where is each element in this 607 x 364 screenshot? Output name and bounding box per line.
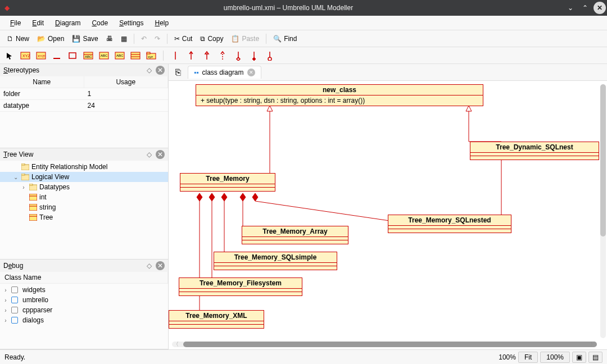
uml-class-new_class[interactable]: new_class + setup(type : string, dsn : s… <box>196 84 483 106</box>
package-tool[interactable]: xyz <box>145 49 157 62</box>
cut-label: Cut <box>182 35 193 43</box>
print-button[interactable]: 🖶 <box>103 33 116 44</box>
table-cell[interactable]: folder <box>0 88 84 100</box>
toggle-icon[interactable]: › <box>2 317 9 324</box>
select-tool[interactable] <box>3 49 16 62</box>
debug-item[interactable]: ›dialogs <box>0 315 168 325</box>
tree-item[interactable]: ›Datatypes <box>0 182 168 192</box>
box-tool[interactable] <box>66 49 79 62</box>
containment-tool[interactable] <box>264 49 276 62</box>
class-tool[interactable]: ABC <box>82 49 94 62</box>
table-cell[interactable]: datatype <box>0 100 84 112</box>
uml-class-tree_memory_array[interactable]: Tree_Memory_Array <box>242 226 348 244</box>
uml-class-tree_memory_xml[interactable]: Tree_Memory_XML <box>169 310 264 329</box>
tree-item[interactable]: ⌄Logical View <box>0 172 168 182</box>
scroll-left-icon[interactable]: 〈 <box>172 340 180 348</box>
print-preview-button[interactable]: ▦ <box>117 33 130 44</box>
toggle-icon[interactable]: › <box>20 184 27 190</box>
checkbox[interactable] <box>11 286 18 293</box>
debug-item[interactable]: ›cppparser <box>0 305 168 315</box>
directional-tool[interactable] <box>185 49 197 62</box>
tree-item[interactable]: Entity Relationship Model <box>0 162 168 172</box>
minimize-button[interactable]: ⌄ <box>564 2 577 14</box>
composition-tool[interactable] <box>248 49 260 62</box>
tree-item[interactable]: int <box>0 192 168 202</box>
menu-help[interactable]: Help <box>150 17 175 29</box>
panel-close-icon[interactable]: ✕ <box>156 66 165 75</box>
tree-label: Entity Relationship Model <box>31 163 107 171</box>
association-tool[interactable] <box>169 49 182 62</box>
table-cell[interactable]: 24 <box>84 100 169 112</box>
uml-class-tree_memory_filesystem[interactable]: Tree_Memory_Filesystem <box>179 277 302 296</box>
new-button[interactable]: 🗋New <box>3 33 33 44</box>
scrollbar-thumb[interactable] <box>183 342 597 347</box>
tab-close-icon[interactable]: ✕ <box>247 69 255 76</box>
scrollbar-thumb[interactable] <box>600 84 606 236</box>
col-usage[interactable]: Usage <box>84 76 169 88</box>
tab-list-button[interactable]: ⎘ <box>172 66 184 79</box>
view-tool-icon[interactable]: ▤ <box>588 352 603 363</box>
panel-collapse-icon[interactable]: ◇ <box>144 261 153 270</box>
panel-collapse-icon[interactable]: ◇ <box>144 66 153 75</box>
horizontal-scrollbar[interactable]: 〈 〉 <box>172 342 597 347</box>
debug-item[interactable]: ›umbrello <box>0 295 168 305</box>
toggle-icon[interactable]: › <box>2 307 9 313</box>
open-button[interactable]: 📂Open <box>34 33 67 44</box>
checkbox[interactable] <box>11 317 18 324</box>
menu-settings[interactable]: Settings <box>114 17 149 29</box>
enum-tool[interactable] <box>129 49 142 62</box>
tab-class-diagram[interactable]: ▪▪ class diagram ✕ <box>188 66 261 79</box>
menu-edit[interactable]: Edit <box>26 17 49 29</box>
maximize-button[interactable]: ⌃ <box>579 2 591 14</box>
label-tool[interactable] <box>51 49 63 62</box>
canvas-area[interactable]: new_class + setup(type : string, dsn : s… <box>169 81 607 349</box>
find-button[interactable]: 🔍Find <box>270 33 300 44</box>
save-icon: 💾 <box>72 35 80 43</box>
close-button[interactable]: ✕ <box>594 2 606 14</box>
panel-close-icon[interactable]: ✕ <box>156 261 165 270</box>
treeview-tree[interactable]: Entity Relationship Model⌄Logical View›D… <box>0 161 168 224</box>
status-text: Ready. <box>4 353 25 361</box>
tree-item[interactable]: string <box>0 202 168 212</box>
note-tool[interactable]: XYZ <box>19 49 31 62</box>
menu-diagram[interactable]: Diagram <box>49 17 86 29</box>
cut-button[interactable]: ✂Cut <box>171 33 196 44</box>
toggle-icon[interactable]: ⌄ <box>12 174 19 180</box>
col-name[interactable]: Name <box>0 76 84 88</box>
datatype-tool[interactable]: ABC <box>114 49 126 62</box>
panel-collapse-icon[interactable]: ◇ <box>144 150 153 159</box>
copy-button[interactable]: ⧉Copy <box>197 33 227 44</box>
dependency-tool[interactable] <box>216 49 229 62</box>
aggregation-tool[interactable] <box>232 49 244 62</box>
uml-class-tree_dynamic_sqlnest[interactable]: Tree_Dynamic_SQLnest <box>470 142 599 160</box>
vertical-scrollbar[interactable] <box>600 84 606 338</box>
debug-list[interactable]: ›widgets›umbrello›cppparser›dialogs <box>0 284 168 326</box>
generalization-tool[interactable] <box>201 49 213 62</box>
interface-tool[interactable]: ABC <box>98 49 110 62</box>
checkbox[interactable] <box>11 307 18 313</box>
menu-code[interactable]: Code <box>86 17 114 29</box>
undo-button[interactable]: ↶ <box>138 33 150 44</box>
save-button[interactable]: 💾Save <box>69 33 101 44</box>
panel-close-icon[interactable]: ✕ <box>156 150 165 159</box>
uml-class-tree_memory[interactable]: Tree_Memory <box>180 173 275 192</box>
paste-button[interactable]: 📋Paste <box>228 33 262 44</box>
debug-label: widgets <box>22 286 46 294</box>
fit-button[interactable]: Fit <box>518 352 538 363</box>
anchor-tool[interactable]: XYZ! <box>35 49 47 62</box>
diagram-toolbar: XYZ XYZ! ABC ABC ABC xyz <box>0 47 607 64</box>
tree-item[interactable]: Tree <box>0 212 168 222</box>
zoom-tool-icon[interactable]: ▣ <box>572 352 586 363</box>
table-cell[interactable]: 1 <box>84 88 169 100</box>
debug-item[interactable]: ›widgets <box>0 285 168 295</box>
uml-class-tree_memory_sqlnested[interactable]: Tree_Memory_SQLnested <box>388 215 511 233</box>
redo-button[interactable]: ↷ <box>151 33 164 44</box>
zoom-button[interactable]: 100% <box>540 352 570 363</box>
menu-file[interactable]: File <box>4 17 26 29</box>
toggle-icon[interactable]: › <box>2 287 9 293</box>
uml-class-tree_memory_sqlsimple[interactable]: Tree_Memory_SQLsimple <box>214 252 337 270</box>
scroll-right-icon[interactable]: 〉 <box>589 340 597 348</box>
undo-icon: ↶ <box>141 35 147 43</box>
toggle-icon[interactable]: › <box>2 297 9 303</box>
checkbox[interactable] <box>11 297 18 303</box>
